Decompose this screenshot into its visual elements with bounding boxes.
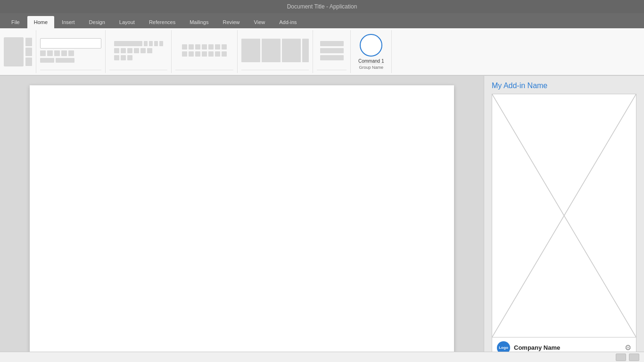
- show-marks-btn[interactable]: [222, 44, 227, 49]
- tab-home[interactable]: Home: [27, 16, 54, 28]
- clipboard-group-label: [40, 70, 101, 71]
- ribbon-tab-bar: File Home Insert Design Layout Reference…: [0, 13, 644, 28]
- command-1-label[interactable]: Command 1: [358, 58, 384, 64]
- gear-icon[interactable]: ⚙: [625, 343, 631, 352]
- tab-view[interactable]: View: [248, 16, 272, 28]
- paste-sub-1[interactable]: [25, 38, 32, 46]
- tab-review[interactable]: Review: [216, 16, 247, 28]
- tab-file[interactable]: File: [5, 16, 26, 28]
- ribbon-group-font: [106, 30, 172, 73]
- document-area[interactable]: [0, 76, 484, 362]
- status-btn-1[interactable]: [616, 354, 626, 361]
- multilevel-btn[interactable]: [195, 44, 200, 49]
- font-size-box[interactable]: [144, 41, 148, 46]
- indent-inc-btn[interactable]: [208, 44, 214, 49]
- borders-btn[interactable]: [222, 51, 227, 57]
- addin-placeholder-image: [492, 94, 636, 337]
- font-shrink[interactable]: [154, 41, 158, 46]
- addin-content: [492, 94, 636, 337]
- align-center-btn[interactable]: [189, 51, 194, 57]
- format-btn-5[interactable]: [68, 50, 74, 56]
- find-btn[interactable]: [320, 41, 344, 46]
- align-right-btn[interactable]: [195, 51, 200, 57]
- subscript-btn[interactable]: [140, 48, 146, 53]
- tab-references[interactable]: References: [142, 16, 182, 28]
- italic-btn[interactable]: [121, 48, 126, 53]
- status-btn-2[interactable]: [629, 354, 639, 361]
- footer-company-name: Company Name: [514, 344, 621, 351]
- shading-btn[interactable]: [215, 51, 220, 57]
- paste-sub-2[interactable]: [25, 48, 32, 56]
- justify-btn[interactable]: [202, 51, 207, 57]
- ribbon-group-command: Command 1 Group Name: [351, 30, 392, 73]
- font-grow[interactable]: [149, 41, 153, 46]
- strikethrough-btn[interactable]: [134, 48, 139, 53]
- addin-panel: My Add-in Name Logo Company Name ⚙: [484, 76, 644, 362]
- bold-btn[interactable]: [114, 48, 119, 53]
- command-1-icon[interactable]: [360, 34, 382, 57]
- bullets-btn[interactable]: [182, 44, 187, 49]
- sort-btn[interactable]: [215, 44, 220, 49]
- logo-text: Logo: [499, 346, 508, 350]
- tab-design[interactable]: Design: [83, 16, 112, 28]
- superscript-btn[interactable]: [147, 48, 152, 53]
- ribbon-group-paragraph: [172, 30, 238, 73]
- style-1[interactable]: [241, 39, 260, 62]
- ribbon: File Home Insert Design Layout Reference…: [0, 13, 644, 76]
- font-size[interactable]: [40, 58, 54, 63]
- tab-addins[interactable]: Add-ins: [272, 16, 303, 28]
- align-left-btn[interactable]: [182, 51, 187, 57]
- ribbon-group-styles: [238, 30, 313, 73]
- numbering-btn[interactable]: [189, 44, 194, 49]
- tab-layout[interactable]: Layout: [113, 16, 141, 28]
- highlight-btn[interactable]: [121, 55, 126, 60]
- paste-sub-3[interactable]: [25, 58, 32, 66]
- case-btn[interactable]: [114, 55, 119, 60]
- ribbon-group-editing: [313, 30, 351, 73]
- format-btn-2[interactable]: [47, 50, 53, 56]
- format-btn-1[interactable]: [40, 50, 46, 56]
- format-btn-3[interactable]: [54, 50, 60, 56]
- select-btn[interactable]: [320, 55, 344, 60]
- indent-dec-btn[interactable]: [202, 44, 207, 49]
- replace-btn[interactable]: [320, 48, 344, 53]
- line-spacing-btn[interactable]: [208, 51, 214, 57]
- style-3[interactable]: [282, 39, 301, 62]
- ribbon-content: Command 1 Group Name: [0, 28, 644, 75]
- styles-group-label: [241, 70, 309, 71]
- editing-group-label: [317, 70, 347, 71]
- font-family[interactable]: [114, 41, 142, 46]
- ribbon-group-paste: [0, 30, 36, 73]
- style-2[interactable]: [262, 39, 281, 62]
- color-btn[interactable]: [127, 55, 132, 60]
- command-group-name: Group Name: [358, 64, 384, 70]
- paragraph-group-label: [175, 70, 233, 71]
- format-btn-4[interactable]: [61, 50, 67, 56]
- title-bar: Document Title - Application: [0, 0, 644, 13]
- ribbon-input-box[interactable]: [40, 38, 101, 49]
- addin-title: My Add-in Name: [484, 76, 644, 94]
- title-bar-text: Document Title - Application: [287, 3, 357, 10]
- styles-scroll[interactable]: [302, 39, 309, 62]
- paste-icon[interactable]: [4, 37, 24, 66]
- font-group-label: [109, 70, 167, 71]
- tab-mailings[interactable]: Mailings: [183, 16, 215, 28]
- underline-btn[interactable]: [127, 48, 132, 53]
- document-page[interactable]: [30, 85, 454, 354]
- font-name[interactable]: [56, 58, 74, 63]
- tab-insert[interactable]: Insert: [55, 16, 82, 28]
- ribbon-group-clipboard: [36, 30, 106, 73]
- paste-sub-buttons: [25, 38, 32, 66]
- main-area: My Add-in Name Logo Company Name ⚙: [0, 76, 644, 362]
- status-bar: [0, 352, 644, 362]
- font-clear[interactable]: [159, 41, 163, 46]
